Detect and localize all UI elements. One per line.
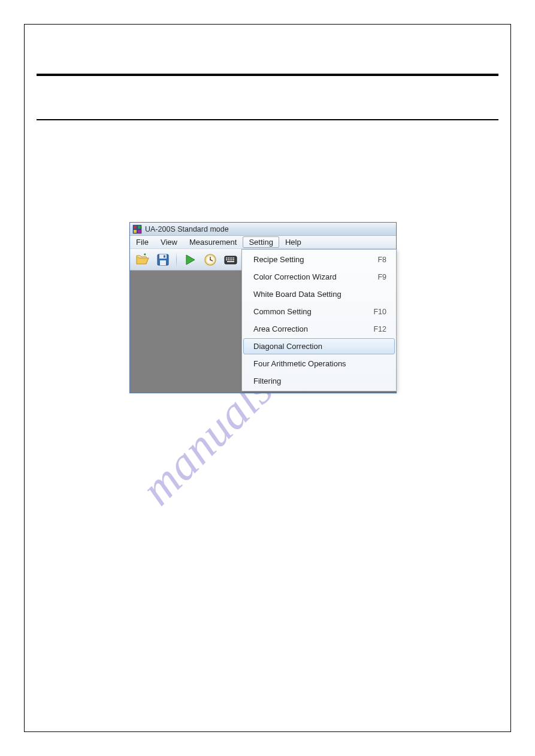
save-button[interactable] (154, 251, 172, 269)
menu-common-setting[interactable]: Common Setting F10 (243, 303, 395, 320)
svg-rect-23 (231, 259, 232, 260)
application-window: UA-200S Standard mode File View Measurem… (129, 222, 397, 393)
svg-rect-18 (231, 257, 232, 259)
svg-rect-6 (159, 254, 167, 259)
svg-rect-1 (134, 226, 137, 229)
menu-item-label: White Board Data Setting (253, 290, 341, 299)
horizontal-rule-thick (37, 74, 498, 76)
menu-area-correction[interactable]: Area Correction F12 (243, 320, 395, 338)
menu-item-label: Four Arithmetic Operations (253, 359, 346, 368)
svg-rect-15 (226, 257, 227, 259)
menu-item-label: Recipe Setting (253, 255, 304, 264)
menu-setting[interactable]: Setting (243, 236, 279, 248)
window-title: UA-200S Standard mode (145, 225, 229, 233)
svg-rect-7 (160, 260, 166, 265)
menu-white-board-data-setting[interactable]: White Board Data Setting (243, 286, 395, 303)
horizontal-rule-thin (37, 119, 498, 120)
menu-help[interactable]: Help (279, 236, 307, 248)
menu-file[interactable]: File (130, 236, 155, 248)
keyboard-button[interactable] (222, 251, 240, 269)
menu-item-shortcut: F9 (377, 273, 386, 281)
app-icon (132, 224, 142, 234)
svg-rect-22 (229, 259, 231, 260)
setting-dropdown-menu: Recipe Setting F8 Color Correction Wizar… (241, 249, 397, 391)
svg-rect-19 (233, 257, 234, 259)
menu-item-label: Diagonal Correction (253, 342, 322, 351)
svg-rect-3 (134, 230, 137, 233)
play-icon (183, 253, 197, 266)
svg-rect-8 (164, 255, 165, 257)
document-page: manualshive.com UA-200S Standard mode Fi… (24, 24, 511, 732)
menu-recipe-setting[interactable]: Recipe Setting F8 (243, 251, 395, 268)
svg-rect-24 (233, 259, 234, 260)
open-icon (135, 253, 150, 267)
toolbar-separator (176, 252, 177, 268)
menu-color-correction-wizard[interactable]: Color Correction Wizard F9 (243, 268, 395, 286)
menu-item-label: Filtering (253, 377, 281, 385)
save-icon (156, 253, 170, 267)
menu-item-label: Color Correction Wizard (253, 272, 337, 281)
menu-item-label: Common Setting (253, 307, 312, 316)
svg-rect-25 (227, 261, 234, 262)
menu-four-arithmetic-operations[interactable]: Four Arithmetic Operations (243, 355, 395, 372)
svg-rect-21 (228, 259, 229, 260)
menu-diagonal-correction[interactable]: Diagonal Correction (243, 338, 395, 354)
titlebar: UA-200S Standard mode (130, 223, 396, 236)
menu-item-shortcut: F12 (373, 325, 386, 333)
svg-point-13 (210, 259, 211, 260)
menubar: File View Measurement Setting Help (130, 236, 396, 249)
menu-item-shortcut: F10 (373, 308, 386, 316)
svg-rect-4 (138, 230, 141, 233)
open-button[interactable] (134, 251, 152, 269)
keyboard-icon (224, 254, 237, 265)
svg-rect-2 (138, 226, 141, 229)
svg-rect-20 (226, 259, 227, 260)
svg-rect-16 (228, 257, 229, 259)
clock-icon (203, 253, 217, 267)
svg-rect-17 (229, 257, 231, 259)
menu-item-label: Area Correction (253, 324, 308, 333)
menu-item-shortcut: F8 (377, 256, 386, 264)
menu-view[interactable]: View (155, 236, 183, 248)
play-button[interactable] (181, 251, 199, 269)
clock-button[interactable] (201, 251, 219, 269)
menu-filtering[interactable]: Filtering (243, 372, 395, 390)
menu-measurement[interactable]: Measurement (183, 236, 243, 248)
